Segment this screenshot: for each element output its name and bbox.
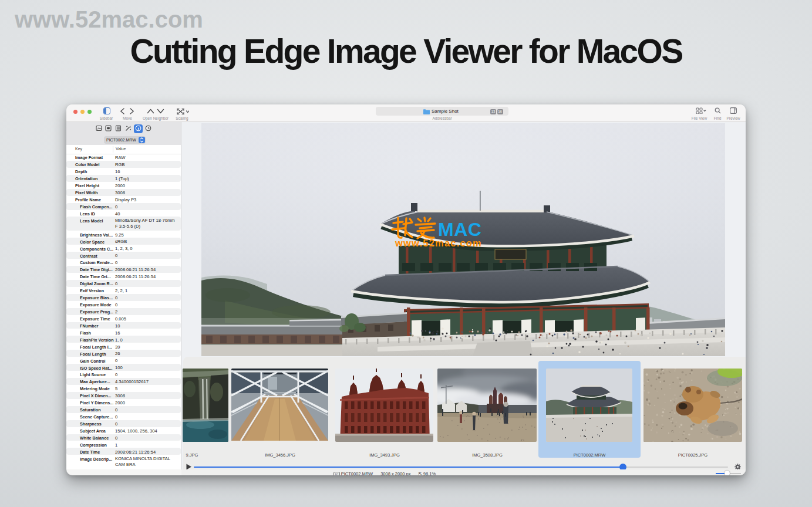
svg-text:MAC: MAC (438, 219, 481, 240)
svg-text:www.52mac.com: www.52mac.com (395, 238, 482, 248)
